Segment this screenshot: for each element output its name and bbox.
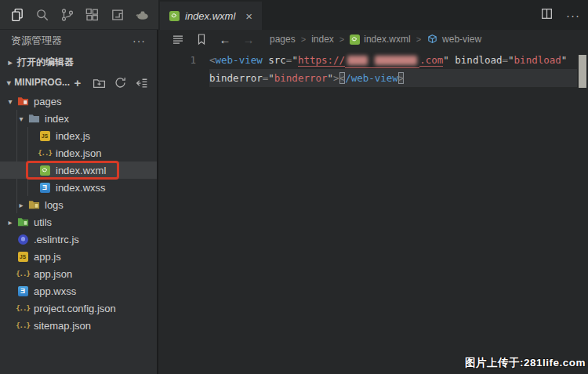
files-icon[interactable] <box>5 3 30 27</box>
tree-item-app-wxss[interactable]: Ǝapp.wxss <box>0 282 157 300</box>
breadcrumb-label: pages <box>270 34 296 45</box>
code-area[interactable]: 1 <web-view src="https://.com" bindload=… <box>158 51 588 87</box>
navigate-forward-icon[interactable]: → <box>237 33 260 46</box>
file-label: index.json <box>56 147 102 159</box>
open-editors-label: 打开的编辑器 <box>17 56 74 69</box>
project-section[interactable]: ▾ MINIPROG... + <box>0 72 157 93</box>
tree-item-pages[interactable]: ▾pages <box>0 93 157 110</box>
explorer-more-icon[interactable]: ··· <box>132 34 146 47</box>
breadcrumb-item-web-view[interactable]: web-view <box>426 34 481 45</box>
folder-utils-icon <box>16 216 30 228</box>
extensions-icon[interactable] <box>80 3 105 27</box>
explorer-sidebar: 资源管理器 ··· ▸ 打开的编辑器 ▾ MINIPROG... + ▾page… <box>0 30 158 374</box>
eslint-icon <box>16 233 30 245</box>
teapot-icon[interactable] <box>130 3 155 27</box>
breadcrumb-item-index[interactable]: index <box>311 34 334 45</box>
tree-item-app-js[interactable]: JSapp.js <box>0 248 157 265</box>
wxml-file-icon <box>350 34 360 45</box>
editor-actions: ··· <box>540 0 580 30</box>
file-label: sitemap.json <box>34 320 91 332</box>
web-view-symbol-icon <box>426 34 438 45</box>
search-icon[interactable] <box>30 3 55 27</box>
breadcrumb-separator: > <box>416 34 421 44</box>
vertical-scrollbar[interactable] <box>577 49 588 374</box>
json-icon: {..} <box>16 302 30 314</box>
tree-item-index-js[interactable]: JSindex.js <box>0 127 157 144</box>
more-actions-icon[interactable]: ··· <box>566 9 580 22</box>
tree-item-index-json[interactable]: {..}index.json <box>0 144 157 162</box>
outline-list-icon[interactable] <box>166 33 190 45</box>
collapse-all-icon[interactable] <box>133 74 149 90</box>
open-editors-section[interactable]: ▸ 打开的编辑器 <box>0 52 157 72</box>
new-file-icon[interactable]: + <box>70 74 85 90</box>
file-label: utils <box>34 216 52 228</box>
file-label: logs <box>45 199 64 211</box>
tree-item-index-wxml[interactable]: index.wxml <box>0 162 157 179</box>
editor-pane[interactable]: ← → pages>index>index.wxml>web-view 1 <w… <box>158 30 588 374</box>
code-token: bindload <box>514 54 561 66</box>
tree-item-index-wxss[interactable]: Ǝindex.wxss <box>0 179 157 196</box>
redacted-url-blur <box>345 54 419 68</box>
new-folder-icon[interactable] <box>91 74 107 90</box>
file-tree: ▾pages▾indexJSindex.js{..}index.jsoninde… <box>0 93 157 334</box>
file-label: pages <box>34 96 61 107</box>
code-token: /web-view <box>345 72 398 84</box>
split-editor-icon[interactable] <box>540 7 554 24</box>
breadcrumb-item-pages[interactable]: pages <box>270 34 296 45</box>
folder-pages-icon <box>16 95 30 107</box>
code-token: binderror <box>209 72 263 84</box>
code-token: " <box>508 54 514 66</box>
file-label: app.wxss <box>34 285 76 297</box>
breadcrumb-bar: ← → pages>index>index.wxml>web-view <box>158 30 588 49</box>
file-label: .eslintrc.js <box>34 234 79 245</box>
js-icon: JS <box>38 129 52 142</box>
layout-icon[interactable] <box>105 3 130 27</box>
code-token: bindload <box>455 54 502 66</box>
code-token: " <box>443 54 449 66</box>
code-token: https:// <box>298 54 345 67</box>
chevron-down-icon: ▾ <box>5 97 16 106</box>
bookmark-icon[interactable] <box>190 33 213 45</box>
line-number: 1 <box>158 51 196 69</box>
breadcrumb-label: web-view <box>442 34 481 45</box>
tab-close-icon[interactable]: × <box>245 10 252 22</box>
code-token: < <box>209 54 216 66</box>
breadcrumb-label: index.wxml <box>364 34 410 45</box>
explorer-title: 资源管理器 <box>11 34 132 48</box>
code-line-1: <web-view src="https://.com" bindload="b… <box>209 51 588 69</box>
breadcrumb-separator: > <box>301 34 306 44</box>
wxss-icon: Ǝ <box>38 181 52 194</box>
chevron-right-icon: ▸ <box>5 218 16 227</box>
file-label: project.config.json <box>34 303 116 314</box>
code-token: binderror <box>274 72 328 84</box>
tree-item--eslintrc-js[interactable]: .eslintrc.js <box>0 231 157 248</box>
code-token: " <box>292 54 298 66</box>
breadcrumb-item-index-wxml[interactable]: index.wxml <box>350 34 410 45</box>
tree-item-sitemap-json[interactable]: {..}sitemap.json <box>0 317 157 334</box>
refresh-icon[interactable] <box>112 74 128 90</box>
code-token: .com <box>419 54 443 67</box>
chevron-down-icon: ▾ <box>5 78 13 87</box>
code-token: > <box>333 72 339 84</box>
source-control-icon[interactable] <box>55 3 80 27</box>
breadcrumb-label: index <box>311 34 334 45</box>
js-icon: JS <box>16 250 30 263</box>
tab-label: index.wxml <box>185 10 235 22</box>
navigate-back-icon[interactable]: ← <box>213 33 237 46</box>
tree-item-logs[interactable]: ▸logs <box>0 196 157 213</box>
breadcrumb: pages>index>index.wxml>web-view <box>270 34 481 45</box>
folder-icon <box>27 112 41 125</box>
code-token: " <box>561 54 568 66</box>
tree-item-index[interactable]: ▾index <box>0 110 157 127</box>
tree-item-project-config-json[interactable]: {..}project.config.json <box>0 300 157 317</box>
tab-index-wxml[interactable]: index.wxml × <box>160 2 262 30</box>
code-token: < <box>339 72 346 84</box>
tree-item-utils[interactable]: ▸utils <box>0 213 157 231</box>
code-token: web-view <box>216 54 263 66</box>
code-token: > <box>398 72 405 84</box>
explorer-toolbar: + <box>70 74 154 90</box>
file-label: index.js <box>56 130 90 142</box>
file-label: index.wxml <box>56 165 106 176</box>
tree-item-app-json[interactable]: {..}app.json <box>0 265 157 282</box>
file-label: app.json <box>34 268 72 280</box>
